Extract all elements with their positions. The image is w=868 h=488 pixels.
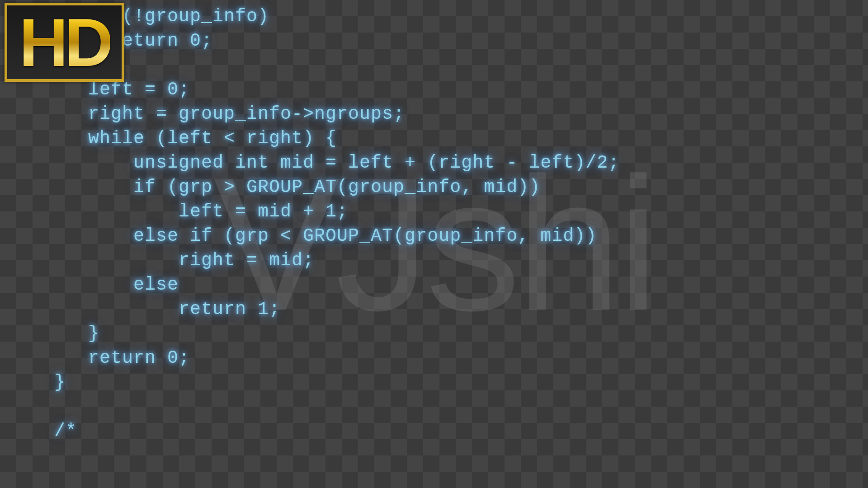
code-line: /* bbox=[54, 421, 77, 441]
code-line: while (left < right) { bbox=[54, 128, 337, 149]
code-line: unsigned int mid = left + (right - left)… bbox=[54, 153, 619, 173]
code-line: return 1; bbox=[54, 299, 280, 319]
code-line: if (grp > GROUP_AT(group_info, mid)) bbox=[54, 177, 540, 197]
code-line: else bbox=[54, 275, 179, 295]
code-line: left = mid + 1; bbox=[54, 202, 348, 222]
code-line: else if (grp < GROUP_AT(group_info, mid)… bbox=[54, 226, 597, 246]
code-line: } bbox=[54, 372, 66, 393]
code-block: f (!group_info) return 0; left = 0; righ… bbox=[54, 5, 619, 444]
code-line: right = mid; bbox=[54, 250, 314, 271]
code-line: left = 0; bbox=[54, 80, 190, 100]
hd-badge: HD bbox=[5, 3, 124, 82]
code-line: } bbox=[54, 324, 99, 344]
code-line: return 0; bbox=[54, 348, 190, 368]
code-line: right = group_info->ngroups; bbox=[54, 104, 405, 124]
hd-badge-label: HD bbox=[19, 9, 110, 76]
